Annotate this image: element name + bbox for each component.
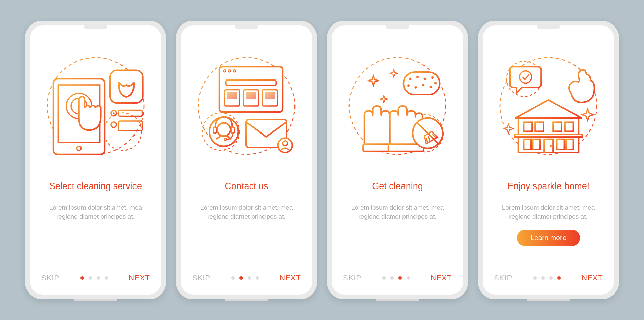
phone-speaker xyxy=(527,299,570,301)
svg-point-10 xyxy=(113,112,114,114)
screen-title: Select cleaning service xyxy=(41,174,150,199)
svg-rect-39 xyxy=(213,127,216,133)
dot-4[interactable] xyxy=(105,276,108,280)
screen-description: Lorem ipsum dolor sit amet, mea regione … xyxy=(41,203,150,221)
phone-screen-1: Select cleaning service Lorem ipsum dolo… xyxy=(30,25,161,295)
svg-rect-40 xyxy=(231,127,234,133)
svg-rect-78 xyxy=(524,139,531,150)
svg-point-50 xyxy=(423,77,426,80)
next-button[interactable]: NEXT xyxy=(129,274,150,282)
learn-more-button[interactable]: Learn more xyxy=(517,230,580,246)
svg-point-1 xyxy=(104,113,142,151)
skip-button[interactable]: SKIP xyxy=(494,274,512,282)
onboarding-phones-row: Select cleaning service Lorem ipsum dolo… xyxy=(25,21,619,299)
next-button[interactable]: NEXT xyxy=(582,274,603,282)
select-service-icon xyxy=(41,39,150,173)
dot-4[interactable] xyxy=(256,276,259,280)
onboarding-nav: SKIP NEXT xyxy=(494,274,603,284)
svg-rect-28 xyxy=(227,92,237,99)
dot-1[interactable] xyxy=(533,276,537,280)
svg-point-53 xyxy=(414,86,417,89)
screen-title: Get cleaning xyxy=(343,174,452,199)
dot-1[interactable] xyxy=(231,276,235,280)
phone-speaker xyxy=(225,299,268,301)
screen-description: Lorem ipsum dolor sit amet, mea regione … xyxy=(343,203,452,221)
phone-frame: Get cleaning Lorem ipsum dolor sit amet,… xyxy=(327,21,468,299)
svg-rect-82 xyxy=(544,139,553,153)
screen-description: Lorem ipsum dolor sit amet, mea regione … xyxy=(494,203,603,221)
svg-rect-79 xyxy=(533,139,540,150)
dot-3[interactable] xyxy=(248,276,251,280)
onboarding-nav: SKIP NEXT xyxy=(192,274,301,284)
dot-4[interactable] xyxy=(407,276,410,280)
get-cleaning-icon xyxy=(343,39,452,173)
dot-4[interactable] xyxy=(557,276,561,280)
screen-title: Enjoy sparkle home! xyxy=(494,174,603,199)
page-indicator xyxy=(533,276,561,280)
page-indicator xyxy=(80,276,108,280)
svg-rect-80 xyxy=(557,139,564,150)
phone-speaker xyxy=(376,299,419,301)
skip-button[interactable]: SKIP xyxy=(192,274,210,282)
dot-2[interactable] xyxy=(541,276,545,280)
phone-notch xyxy=(84,25,107,29)
svg-rect-75 xyxy=(535,122,543,131)
svg-point-54 xyxy=(422,84,424,86)
svg-rect-81 xyxy=(566,139,573,150)
page-indicator xyxy=(231,276,259,280)
dot-3[interactable] xyxy=(398,276,402,280)
svg-point-49 xyxy=(416,76,419,78)
onboarding-nav: SKIP NEXT xyxy=(343,274,452,284)
svg-point-51 xyxy=(431,76,434,79)
dot-1[interactable] xyxy=(80,276,84,280)
onboarding-nav: SKIP NEXT xyxy=(41,274,150,284)
svg-rect-30 xyxy=(265,92,275,99)
svg-rect-29 xyxy=(246,92,256,99)
svg-point-52 xyxy=(407,84,410,87)
svg-rect-47 xyxy=(404,72,440,95)
svg-marker-71 xyxy=(515,100,582,118)
dot-2[interactable] xyxy=(239,276,243,280)
skip-button[interactable]: SKIP xyxy=(41,274,59,282)
page-indicator xyxy=(382,276,410,280)
dot-2[interactable] xyxy=(89,276,92,280)
contact-us-icon xyxy=(192,39,301,173)
svg-rect-77 xyxy=(565,122,573,131)
svg-point-12 xyxy=(111,122,116,127)
phone-frame: Select cleaning service Lorem ipsum dolo… xyxy=(25,21,166,299)
skip-button[interactable]: SKIP xyxy=(343,274,361,282)
phone-notch xyxy=(386,25,409,29)
screen-description: Lorem ipsum dolor sit amet, mea regione … xyxy=(192,203,301,221)
svg-point-56 xyxy=(434,82,437,84)
screen-title: Contact us xyxy=(192,174,301,199)
phone-frame: Enjoy sparkle home! Lorem ipsum dolor si… xyxy=(478,21,619,299)
sparkle-home-icon xyxy=(494,39,603,173)
phone-screen-2: Contact us Lorem ipsum dolor sit amet, m… xyxy=(181,25,312,295)
svg-rect-76 xyxy=(553,122,561,131)
phone-screen-3: Get cleaning Lorem ipsum dolor sit amet,… xyxy=(332,25,463,295)
next-button[interactable]: NEXT xyxy=(280,274,301,282)
svg-rect-73 xyxy=(515,135,582,137)
phone-speaker xyxy=(74,299,117,301)
dot-1[interactable] xyxy=(382,276,386,280)
next-button[interactable]: NEXT xyxy=(431,274,452,282)
dot-3[interactable] xyxy=(97,276,100,280)
phone-notch xyxy=(235,25,258,29)
phone-screen-4: Enjoy sparkle home! Lorem ipsum dolor si… xyxy=(483,25,614,295)
svg-rect-74 xyxy=(524,122,532,131)
svg-point-48 xyxy=(409,77,411,80)
phone-notch xyxy=(537,25,560,29)
dot-3[interactable] xyxy=(549,276,553,280)
phone-frame: Contact us Lorem ipsum dolor sit amet, m… xyxy=(176,21,317,299)
dot-2[interactable] xyxy=(390,276,394,280)
svg-point-55 xyxy=(429,86,432,88)
svg-point-83 xyxy=(550,145,552,147)
